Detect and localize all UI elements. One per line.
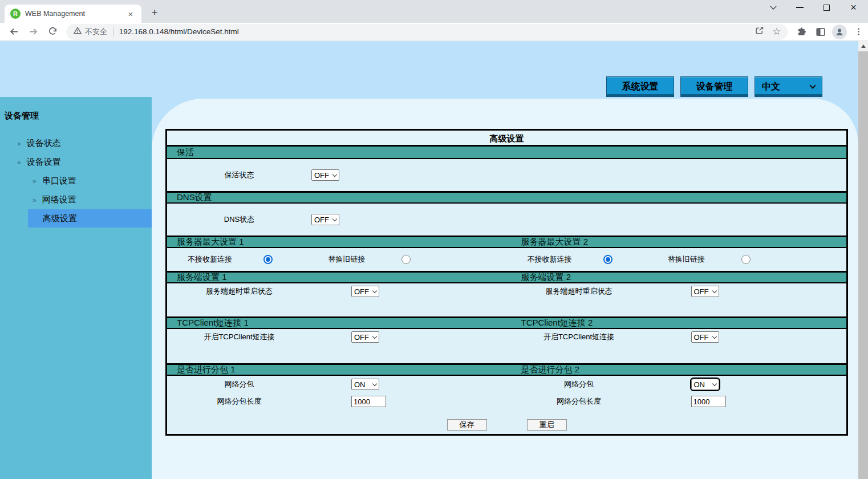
window-minimize-button[interactable] (786, 1, 813, 14)
row-server-max-options: 不接收新连接 替换旧链接 不接收新连接 替换旧链接 (167, 248, 846, 271)
chevron-down-icon (332, 216, 337, 221)
content-panel: 高级设置 保活 保活状态 OFF DNS设置 DNS状态 (152, 99, 858, 479)
sidebar-item-network-settings[interactable]: » 网络设置 (0, 190, 152, 209)
scrollbar-thumb[interactable] (858, 51, 868, 479)
not-secure-warning-icon[interactable] (73, 26, 82, 37)
scroll-up-arrow-icon[interactable] (858, 41, 868, 51)
new-tab-button[interactable]: + (147, 5, 162, 20)
forward-icon[interactable] (26, 24, 42, 40)
network-packet-select-2[interactable]: ON (691, 379, 719, 390)
bookmark-star-icon[interactable]: ☆ (772, 26, 781, 38)
section-header-dns: DNS设置 (167, 191, 846, 204)
browser-tab[interactable]: R WEB Management × (5, 5, 141, 23)
replace-old-link-radio-1[interactable] (401, 255, 411, 264)
select-value: OFF (694, 333, 709, 342)
sidebar-items: » 设备状态 » 设备设置 » 串口设置 » 网络设置 高级设置 (0, 134, 152, 228)
profile-avatar[interactable] (832, 25, 847, 39)
rows-packet: 网络分包 ON 网络分包长度 网络分包 (167, 376, 846, 410)
chevron-down-icon (372, 288, 377, 293)
tcp-client-label-1: 开启TCPClient短连接 (167, 332, 311, 342)
replace-old-link-label-1: 替换旧链接 (313, 254, 381, 265)
row-network-packet-2: 网络分包 ON (507, 376, 847, 393)
chevron-down-icon (809, 82, 816, 88)
window-close-button[interactable]: × (840, 1, 867, 14)
menu-dots-icon[interactable] (850, 24, 866, 40)
no-new-connection-label-2: 不接收新连接 (507, 254, 593, 265)
replace-old-link-radio-2[interactable] (741, 255, 751, 264)
row-tcp-client: 开启TCPClient短连接 OFF 开启TCPClient短连接 OFF (167, 329, 846, 363)
no-new-connection-label-1: 不接收新连接 (167, 254, 253, 265)
chevron-down-icon (372, 334, 377, 338)
site-favicon: R (10, 9, 21, 19)
share-icon[interactable] (755, 26, 764, 38)
server-timeout-label-2: 服务端超时重启状态 (507, 286, 651, 297)
no-new-connection-radio-2[interactable] (603, 255, 613, 264)
packet-length-label-2: 网络分包长度 (507, 396, 651, 407)
server-timeout-select-1[interactable]: OFF (351, 286, 379, 297)
browser-toolbar: 不安全 192.168.0.148/html/DeviceSet.html ☆ (0, 23, 868, 41)
sidebar-item-label: 设备状态 (27, 138, 61, 149)
sidebar-item-label: 设备设置 (27, 157, 61, 168)
advanced-settings-table: 高级设置 保活 保活状态 OFF DNS设置 DNS状态 (165, 129, 848, 436)
keepalive-status-label: 保活状态 (167, 170, 311, 180)
window-chevron-icon[interactable] (760, 1, 786, 14)
tcp-client-select-1[interactable]: OFF (351, 331, 379, 343)
packet-length-input-1[interactable] (351, 396, 386, 407)
sidebar-item-device-settings[interactable]: » 设备设置 (0, 153, 152, 172)
row-action-buttons: 保存 重启 (167, 419, 846, 434)
window-controls: × (760, 1, 867, 14)
tab-title: WEB Management (25, 10, 125, 18)
replace-old-link-label-2: 替换旧链接 (652, 254, 721, 265)
server-timeout-select-2[interactable]: OFF (691, 286, 719, 297)
section-header-server-max: 服务器最大设置 1 服务器最大设置 2 (167, 236, 846, 248)
dns-status-label: DNS状态 (167, 214, 311, 225)
save-button[interactable]: 保存 (447, 419, 487, 431)
url-separator (113, 27, 113, 36)
url-text[interactable]: 192.168.0.148/html/DeviceSet.html (119, 27, 239, 36)
sidebar-item-advanced-settings[interactable]: 高级设置 (28, 209, 152, 228)
reload-icon[interactable] (45, 24, 61, 40)
keepalive-status-select[interactable]: OFF (311, 169, 339, 181)
section-header-packet: 是否进行分包 1 是否进行分包 2 (167, 363, 846, 376)
window-maximize-button[interactable] (813, 1, 840, 14)
dns-status-select[interactable]: OFF (311, 214, 339, 225)
select-value: ON (354, 380, 366, 389)
row-dns-status: DNS状态 OFF (167, 204, 846, 236)
sidebar-item-label: 高级设置 (43, 213, 77, 224)
chevron-down-icon (332, 172, 337, 176)
bullet-arrow-icon: » (33, 177, 36, 185)
side-panel-icon[interactable] (813, 24, 829, 40)
back-icon[interactable] (6, 24, 22, 40)
sidebar-item-label: 网络设置 (42, 194, 76, 205)
restart-button[interactable]: 重启 (527, 419, 567, 431)
select-value: OFF (314, 171, 329, 180)
no-new-connection-radio-1[interactable] (263, 255, 273, 264)
extensions-puzzle-icon[interactable] (793, 24, 809, 40)
web-page: 系统设置 设备管理 中文 设备管理 » 设备状态 » 设备设置 » (0, 41, 868, 479)
top-nav: 系统设置 设备管理 中文 (606, 76, 822, 97)
language-select-value: 中文 (762, 81, 780, 93)
device-management-button[interactable]: 设备管理 (680, 76, 748, 97)
language-select[interactable]: 中文 (755, 76, 822, 97)
chevron-down-icon (712, 381, 716, 385)
chevron-down-icon (712, 288, 716, 293)
system-settings-button[interactable]: 系统设置 (606, 76, 674, 97)
tcp-client-select-2[interactable]: OFF (691, 331, 719, 343)
table-title: 高级设置 (167, 131, 846, 147)
address-bar[interactable]: 不安全 192.168.0.148/html/DeviceSet.html ☆ (66, 24, 788, 40)
network-packet-label-2: 网络分包 (507, 379, 651, 389)
select-value: OFF (694, 287, 709, 296)
select-value: ON (694, 380, 705, 389)
sidebar-item-serial-settings[interactable]: » 串口设置 (0, 172, 152, 190)
browser-window: R WEB Management × + × 不安全 192.168 (0, 0, 868, 479)
section-header-keepalive: 保活 (167, 147, 846, 159)
tab-close-icon[interactable]: × (125, 9, 136, 19)
row-server-timeout: 服务端超时重启状态 OFF 服务端超时重启状态 OFF (167, 283, 846, 316)
page-scrollbar[interactable] (858, 41, 868, 479)
network-packet-select-1[interactable]: ON (351, 379, 379, 390)
bullet-arrow-icon: » (33, 196, 36, 204)
sidebar-title: 设备管理 (0, 97, 152, 121)
packet-length-input-2[interactable] (691, 396, 726, 407)
select-value: OFF (354, 333, 369, 342)
sidebar-item-device-status[interactable]: » 设备状态 (0, 134, 152, 153)
